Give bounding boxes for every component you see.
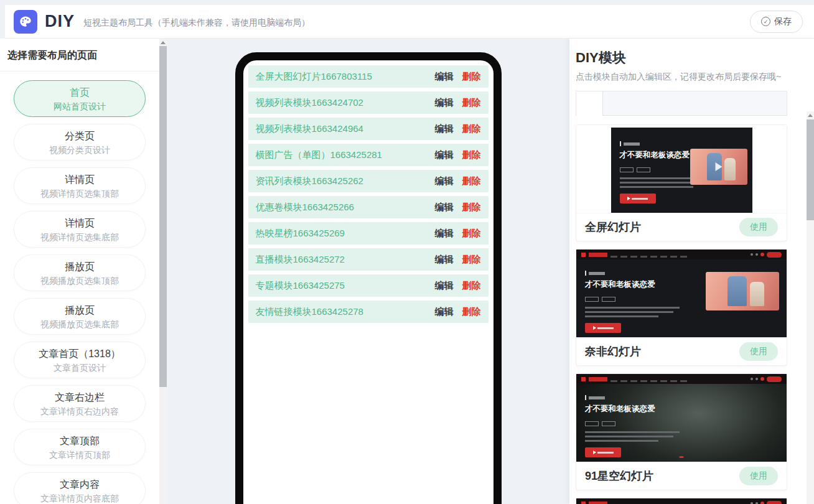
app-logo [14, 10, 37, 34]
page-item[interactable]: 详情页 视频详情页选集顶部 [14, 167, 146, 204]
play-now-button [585, 447, 621, 457]
edit-link[interactable]: 编辑 [435, 71, 454, 83]
page-item[interactable]: 详情页 视频详情页选集底部 [14, 211, 146, 248]
page-item[interactable]: 文章顶部 文章详情页顶部 [14, 429, 146, 465]
module-name: 友情链接模块1663425278 [256, 306, 435, 318]
use-button[interactable]: 使用 [739, 218, 778, 236]
tab[interactable] [576, 91, 603, 116]
module-card[interactable]: 才不要和老板谈恋爱 [576, 124, 787, 241]
phone-frame: 全屏大图幻灯片1667803115 编辑 删除 视频列表模块1663424702… [235, 52, 502, 504]
tab[interactable] [603, 91, 629, 115]
sidebar-scrollbar[interactable] [159, 39, 167, 504]
edit-link[interactable]: 编辑 [435, 202, 454, 213]
page-item-subtitle: 视频分类页设计 [14, 144, 145, 156]
delete-link[interactable]: 删除 [462, 97, 481, 109]
tab[interactable] [629, 91, 655, 115]
module-name: 横图广告（单图）1663425281 [256, 149, 435, 161]
scroll-up-arrow-icon[interactable] [159, 39, 167, 46]
module-row: 资讯列表模块1663425262 编辑 删除 [248, 170, 489, 192]
card-name: 91星空幻灯片 [585, 469, 739, 483]
page-item-subtitle: 文章详情页顶部 [14, 449, 145, 461]
delete-link[interactable]: 删除 [462, 71, 481, 83]
page-item[interactable]: 首页 网站首页设计 [14, 80, 146, 117]
page-item[interactable]: 文章首页（1318） 文章首页设计 [14, 342, 146, 378]
page-item-title: 详情页 [14, 172, 145, 187]
edit-link[interactable]: 编辑 [435, 306, 454, 318]
page-list: 首页 网站首页设计 分类页 视频分类页设计 详情页 视频详情页选集顶部 详情页 … [0, 72, 159, 504]
save-button[interactable]: ✓ 保存 [750, 11, 803, 33]
card-preview: 才不要和老板谈恋爱 [576, 125, 787, 213]
top-bar: DIY 短视主题布局工具（手机端未作兼容，请使用电脑端布局） ✓ 保存 [5, 5, 814, 39]
card-name: 奈非幻灯片 [585, 344, 739, 359]
panel-scrollbar-thumb[interactable] [807, 119, 814, 220]
module-name: 全屏大图幻灯片1667803115 [256, 71, 435, 83]
delete-link[interactable]: 删除 [462, 228, 481, 240]
editor-canvas: 全屏大图幻灯片1667803115 编辑 删除 视频列表模块1663424702… [167, 39, 569, 504]
module-card[interactable]: 才不要和老板谈恋爱 [576, 498, 787, 504]
page-item-subtitle: 视频播放页选集顶部 [14, 274, 145, 287]
module-row: 热映星榜1663425269 编辑 删除 [248, 222, 489, 245]
module-row: 直播模块1663425272 编辑 删除 [248, 248, 489, 271]
preview-image: 才不要和老板谈恋爱 [576, 498, 787, 504]
app-subtitle: 短视主题布局工具（手机端未作兼容，请使用电脑端布局） [83, 17, 310, 29]
module-card[interactable]: 才不要和老板谈恋爱 [576, 249, 787, 366]
panel-scrollbar[interactable] [807, 111, 814, 504]
preview-hero: 才不要和老板谈恋爱 [585, 271, 685, 333]
edit-link[interactable]: 编辑 [435, 254, 454, 266]
delete-link[interactable]: 删除 [462, 202, 481, 213]
delete-link[interactable]: 删除 [462, 149, 481, 161]
module-name: 热映星榜1663425269 [256, 228, 435, 240]
module-card[interactable]: 才不要和老板谈恋爱 [576, 373, 787, 490]
check-circle-icon: ✓ [761, 17, 770, 26]
page-item-title: 播放页 [14, 302, 145, 318]
sidebar-scrollbar-thumb[interactable] [159, 46, 167, 387]
preview-hero: 才不要和老板谈恋爱 [585, 395, 685, 457]
page-item-subtitle: 文章详情页内容底部 [14, 492, 145, 504]
page-item-title: 首页 [14, 85, 145, 100]
card-caption: 全屏幻灯片 使用 [576, 213, 787, 241]
use-button[interactable]: 使用 [739, 467, 778, 485]
page-item-subtitle: 文章首页设计 [14, 362, 145, 374]
page-item-subtitle: 视频播放页选集底部 [14, 318, 145, 330]
module-row: 优惠卷模块1663425266 编辑 删除 [248, 196, 489, 218]
main-area: 选择需要布局的页面 首页 网站首页设计 分类页 视频分类页设计 详情页 视频详情… [0, 39, 814, 504]
card-preview: 才不要和老板谈恋爱 [576, 498, 787, 504]
page-item-title: 文章右边栏 [14, 390, 145, 405]
use-button[interactable]: 使用 [739, 342, 778, 361]
edit-link[interactable]: 编辑 [435, 123, 454, 135]
page-item[interactable]: 文章右边栏 文章详情页右边内容 [14, 385, 146, 422]
preview-thumbnail [690, 149, 747, 185]
card-preview: 才不要和老板谈恋爱 [576, 374, 787, 462]
edit-link[interactable]: 编辑 [435, 280, 454, 292]
page-item-subtitle: 视频详情页选集顶部 [14, 187, 145, 200]
card-preview: 才不要和老板谈恋爱 [576, 250, 787, 337]
delete-link[interactable]: 删除 [462, 175, 481, 187]
preview-navbar [576, 250, 787, 259]
scroll-up-arrow-icon[interactable] [807, 111, 814, 119]
module-name: 视频列表模块1663424702 [256, 97, 435, 109]
page-item-subtitle: 网站首页设计 [14, 100, 145, 113]
edit-link[interactable]: 编辑 [435, 228, 454, 240]
delete-link[interactable]: 删除 [462, 306, 481, 318]
page-item[interactable]: 分类页 视频分类页设计 [14, 124, 146, 161]
preview-title: 才不要和老板谈恋爱 [585, 279, 685, 290]
module-name: 资讯列表模块1663425262 [256, 175, 435, 187]
edit-link[interactable]: 编辑 [435, 97, 454, 109]
page-item[interactable]: 播放页 视频播放页选集底部 [14, 298, 146, 335]
play-now-button [620, 194, 656, 203]
page-item[interactable]: 播放页 视频播放页选集顶部 [14, 254, 146, 291]
page-item-title: 分类页 [14, 128, 145, 144]
page-item[interactable]: 文章内容 文章详情页内容底部 [14, 472, 146, 504]
delete-link[interactable]: 删除 [462, 280, 481, 292]
preview-title: 才不要和老板谈恋爱 [585, 404, 685, 414]
preview-image: 才不要和老板谈恋爱 [576, 374, 787, 462]
delete-link[interactable]: 删除 [462, 123, 481, 135]
delete-link[interactable]: 删除 [462, 254, 481, 266]
preview-navbar [576, 374, 787, 384]
edit-link[interactable]: 编辑 [435, 175, 454, 187]
save-button-label: 保存 [774, 16, 792, 27]
edit-link[interactable]: 编辑 [435, 149, 454, 161]
card-name: 全屏幻灯片 [585, 220, 739, 235]
module-row: 视频列表模块1663424964 编辑 删除 [248, 118, 489, 140]
card-caption: 奈非幻灯片 使用 [576, 337, 787, 365]
